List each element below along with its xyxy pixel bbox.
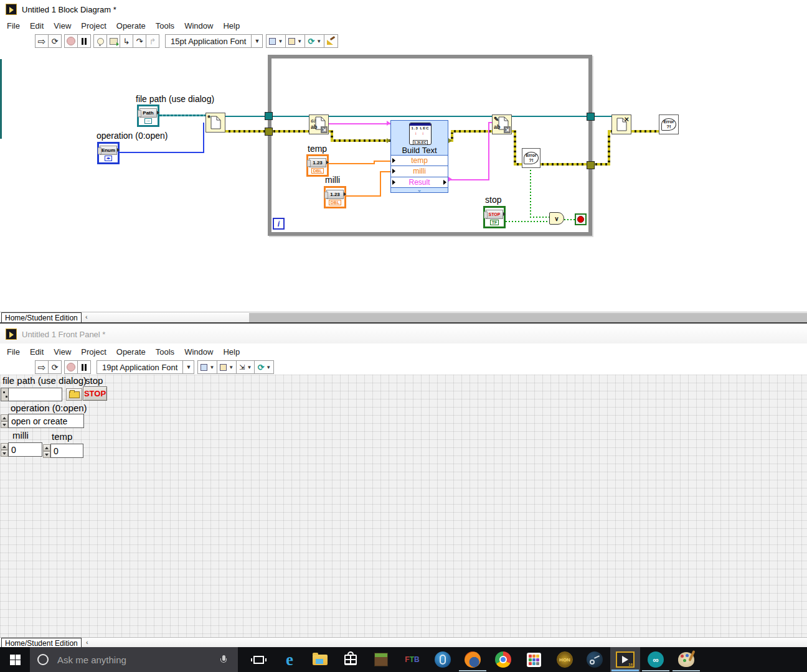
taskbar-ftb[interactable]: FTB: [397, 647, 427, 672]
milli-input[interactable]: 0: [8, 442, 42, 457]
label-milli[interactable]: milli: [325, 175, 340, 185]
run-button[interactable]: ⇨: [35, 360, 49, 374]
build-text-output-result[interactable]: Result: [391, 177, 448, 187]
operation-enum-input[interactable]: open or create: [8, 414, 84, 428]
milli-spinner[interactable]: [1, 443, 8, 457]
file-path-terminal[interactable]: Path ·–: [137, 105, 159, 127]
fp-font-selector-arrow[interactable]: ▼: [183, 360, 194, 374]
operation-spinner[interactable]: [1, 414, 8, 428]
distribute-objects-button[interactable]: ▼: [217, 360, 237, 374]
tunnel-error-in[interactable]: [265, 128, 273, 136]
taskbar-paint[interactable]: [671, 647, 701, 672]
fp-panel-canvas[interactable]: file path (use dialog) stop STOP operati…: [0, 375, 807, 637]
align-objects-button[interactable]: ▼: [197, 360, 217, 374]
pause-button[interactable]: [77, 34, 91, 48]
bd-menu-help[interactable]: Help: [223, 21, 240, 30]
fp-label-file-path[interactable]: file path (use dialog): [2, 375, 87, 386]
fp-menu-tools[interactable]: Tools: [156, 347, 174, 357]
bd-font-selector-arrow[interactable]: ▼: [252, 34, 263, 48]
operation-enum-terminal[interactable]: Enum ◂▸: [97, 142, 120, 164]
build-text-expand-chevron[interactable]: ⌄: [391, 187, 448, 192]
simple-error-handler-node[interactable]: Error?!: [659, 114, 679, 134]
bd-menu-file[interactable]: File: [7, 21, 20, 30]
fp-menu-edit[interactable]: Edit: [30, 347, 44, 357]
bd-menu-operate[interactable]: Operate: [116, 21, 146, 30]
bd-menu-window[interactable]: Window: [184, 21, 213, 30]
label-temp[interactable]: temp: [308, 144, 327, 154]
open-create-replace-file-node[interactable]: *: [205, 113, 225, 133]
task-view-button[interactable]: [243, 647, 273, 672]
fp-menu-operate[interactable]: Operate: [116, 347, 146, 357]
bd-font-selector[interactable]: 15pt Application Font: [165, 34, 252, 48]
taskbar-osu[interactable]: [428, 647, 458, 672]
reorder-button[interactable]: ⟳▼: [304, 34, 324, 48]
pause-button[interactable]: [77, 360, 91, 374]
error-check-node[interactable]: Error?!: [522, 148, 540, 168]
taskbar-labview[interactable]: [610, 647, 640, 672]
label-stop[interactable]: stop: [485, 195, 501, 205]
cleanup-diagram-button[interactable]: [324, 34, 338, 48]
or-function[interactable]: ∨: [549, 212, 564, 225]
stop-terminal[interactable]: STOP TF: [483, 206, 506, 228]
bd-edition-tab[interactable]: Home/Student Edition: [1, 312, 82, 323]
abort-button[interactable]: [64, 360, 78, 374]
write-to-text-file-node[interactable]: ✎ ab ⇲: [492, 114, 512, 134]
tunnel-refnum-in[interactable]: [265, 112, 273, 120]
bd-menu-project[interactable]: Project: [81, 21, 106, 30]
temp-spinner[interactable]: [43, 444, 50, 458]
fp-label-operation[interactable]: operation (0:open): [11, 403, 87, 413]
tunnel-refnum-out[interactable]: [587, 113, 595, 121]
label-file-path[interactable]: file path (use dialog): [136, 94, 214, 104]
taskbar-minecraft[interactable]: [366, 647, 396, 672]
taskbar-chrome[interactable]: [488, 647, 518, 672]
align-objects-button[interactable]: ▼: [266, 34, 286, 48]
taskbar-edge[interactable]: e: [275, 647, 304, 672]
iteration-terminal[interactable]: i: [273, 218, 285, 230]
fp-label-milli[interactable]: milli: [12, 430, 29, 441]
fp-font-selector[interactable]: 19pt Application Font: [97, 360, 183, 374]
reorder-button[interactable]: ⟳▼: [254, 360, 274, 374]
taskbar-hon[interactable]: HON: [550, 647, 580, 672]
fp-menu-view[interactable]: View: [54, 347, 71, 357]
build-text-input-milli[interactable]: milli: [391, 166, 448, 176]
bd-menu-edit[interactable]: Edit: [30, 21, 44, 30]
start-button[interactable]: [0, 647, 30, 672]
bd-titlebar[interactable]: Untitled 1 Block Diagram *: [0, 0, 807, 19]
build-text-node[interactable]: 1.3 LEC ↓ ↓ 1.3LEC Build Text temp milli…: [390, 120, 448, 193]
taskbar-store[interactable]: [336, 647, 366, 672]
taskbar-arduino[interactable]: ∞: [641, 647, 671, 672]
build-text-input-temp[interactable]: temp: [391, 155, 448, 166]
fp-menu-project[interactable]: Project: [81, 347, 106, 357]
step-out-button[interactable]: ↱: [146, 34, 159, 48]
retain-wire-values-button[interactable]: [106, 34, 120, 48]
close-file-node[interactable]: ×: [611, 114, 631, 134]
stop-button[interactable]: STOP: [83, 386, 107, 401]
fp-menu-file[interactable]: File: [7, 347, 20, 357]
read-from-text-file-node[interactable]: 6∂ ab ⇲: [309, 114, 329, 134]
milli-terminal[interactable]: 1.23 DBL: [324, 186, 346, 208]
file-path-input[interactable]: [8, 388, 62, 401]
loop-condition-terminal[interactable]: [575, 213, 587, 225]
distribute-objects-button[interactable]: ▼: [285, 34, 305, 48]
fp-menu-window[interactable]: Window: [184, 347, 213, 357]
label-operation[interactable]: operation (0:open): [97, 131, 168, 141]
bd-hscrollbar[interactable]: [249, 313, 807, 322]
run-button[interactable]: ⇨: [35, 34, 49, 48]
temp-input[interactable]: 0: [50, 444, 83, 458]
step-over-button[interactable]: ↷: [133, 34, 146, 48]
taskbar-file-explorer[interactable]: [305, 647, 335, 672]
bd-scroll-left-icon[interactable]: ‹: [85, 313, 88, 320]
bd-menu-view[interactable]: View: [54, 21, 71, 30]
fp-menu-help[interactable]: Help: [223, 347, 240, 357]
highlight-execution-button[interactable]: [93, 34, 107, 48]
bd-diagram-canvas[interactable]: i ∨ * 6∂ ab ⇲ ✎ ab ⇲ Error?!: [0, 50, 807, 312]
taskbar-search[interactable]: Ask me anything: [30, 647, 238, 672]
browse-button[interactable]: [66, 388, 82, 401]
abort-button[interactable]: [64, 34, 78, 48]
taskbar-firefox[interactable]: [458, 647, 488, 672]
fp-titlebar[interactable]: Untitled 1 Front Panel *: [0, 325, 807, 343]
fp-label-temp[interactable]: temp: [52, 431, 72, 442]
fp-scroll-left-icon[interactable]: ‹: [86, 638, 88, 646]
taskbar-steam[interactable]: [580, 647, 610, 672]
fp-label-stop[interactable]: stop: [85, 375, 103, 386]
